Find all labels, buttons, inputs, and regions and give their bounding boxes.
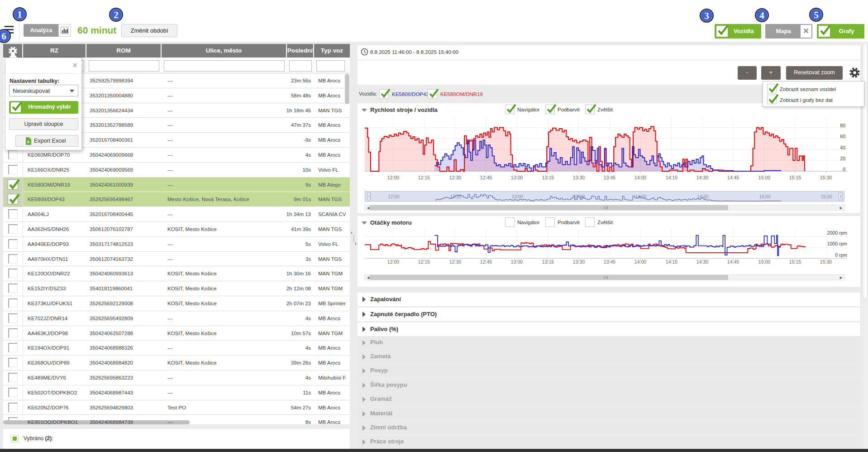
svg-text:x: x [27, 139, 29, 144]
